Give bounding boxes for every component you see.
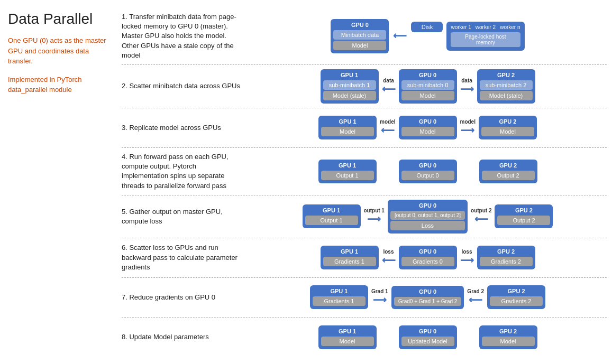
- step-2-desc: 2. Scatter minibatch data across GPUs: [122, 81, 249, 91]
- arrow-s6-left: loss ⟵: [382, 249, 396, 266]
- step-6-desc: 6. Scatter loss to GPUs and run backward…: [122, 243, 249, 272]
- gpu2-box-s3: GPU 2 Model: [479, 116, 537, 139]
- step-8: 8. Update Model parameters GPU 1 Model G…: [122, 318, 607, 357]
- gpu2-box-s7: GPU 2 Gradients 2: [487, 285, 545, 309]
- step-8-diagram: GPU 1 Model GPU 0 Updated Model GPU 2 Mo…: [249, 325, 607, 349]
- gpu1-box-s7: GPU 1 Gradients 1: [310, 285, 368, 309]
- step-6: 6. Scatter loss to GPUs and run backward…: [122, 238, 607, 278]
- gpu2-box-s4: GPU 2 Output 2: [479, 160, 537, 183]
- main-content: 1. Transfer minibatch data from page-loc…: [116, 5, 612, 360]
- step-2: 2. Scatter minibatch data across GPUs GP…: [122, 65, 607, 108]
- page-title: Data Parallel: [8, 11, 108, 27]
- arrow-s3-left: model ⟵: [380, 119, 395, 136]
- gpu2-box-s8: GPU 2 Model: [479, 325, 537, 349]
- page: Data Parallel One GPU (0) acts as the ma…: [0, 0, 612, 364]
- gpu0-minibatch: Minibatch data: [333, 30, 386, 40]
- step-5: 5. Gather output on master GPU, compute …: [122, 195, 607, 238]
- step-6-diagram: GPU 1 Gradients 1 loss ⟵ GPU 0 Gradients…: [249, 246, 607, 269]
- step-4-diagram: GPU 1 Output 1 GPU 0 Output 0 GPU 2 Outp…: [249, 160, 607, 183]
- arrow-s2-right: data ⟶: [460, 78, 474, 95]
- storage-top: Disk worker 1 worker 2 worker n Page-loc…: [411, 22, 524, 51]
- disk-box: Disk: [411, 22, 443, 32]
- arrow-s2-left: data ⟵: [382, 78, 396, 95]
- gpu0-box-s7: GPU 0 Grad0 + Grad 1 + Grad 2: [391, 286, 464, 309]
- gpu1-box-s8: GPU 1 Model: [318, 325, 377, 349]
- gpu0-box-s5: GPU 0 [output 0, output 1, output 2] Los…: [388, 200, 468, 234]
- step-5-desc: 5. Gather output on master GPU, compute …: [122, 207, 249, 226]
- sidebar-note1: One GPU (0) acts as the master GPU and c…: [8, 35, 108, 67]
- step-8-desc: 8. Update Model parameters: [122, 332, 249, 342]
- step-7: 7. Reduce gradients on GPU 0 GPU 1 Gradi…: [122, 278, 607, 318]
- gpu1-box-s3: GPU 1 Model: [318, 116, 377, 139]
- step-7-diagram: GPU 1 Gradients 1 Grad 1 ⟶ GPU 0 Grad0 +…: [249, 285, 607, 309]
- step-3: 3. Replicate model across GPUs GPU 1 Mod…: [122, 108, 607, 148]
- gpu0-box-s3: GPU 0 Model: [399, 116, 457, 139]
- gpu1-box-s5: GPU 1 Output 1: [303, 204, 361, 228]
- workers-box: worker 1 worker 2 worker n Page-locked h…: [446, 22, 524, 51]
- arrow-s7-left: Grad 1 ⟶: [371, 288, 388, 306]
- gpu0-box: GPU 0 Minibatch data Model: [331, 19, 389, 53]
- workern-label: worker n: [500, 24, 520, 30]
- arrow-s6-right: loss ⟶: [460, 249, 474, 266]
- gpu1-box-s4: GPU 1 Output 1: [318, 160, 377, 183]
- arrow-s5-left: output 1 ⟶: [364, 208, 385, 225]
- gpu0-box-s2: GPU 0 sub-minibatch 0 Model: [399, 69, 457, 104]
- worker-labels: worker 1 worker 2 worker n: [451, 24, 520, 30]
- step-3-diagram: GPU 1 Model model ⟵ GPU 0 Model model ⟶ …: [249, 116, 607, 139]
- worker1-label: worker 1: [451, 24, 471, 30]
- gpu1-box-s6: GPU 1 Gradients 1: [321, 246, 379, 269]
- arrow-s3-right: model ⟶: [460, 119, 476, 136]
- gpu0-box-s6: GPU 0 Gradients 0: [399, 246, 457, 269]
- gpu0-model: Model: [333, 41, 386, 50]
- arrow-s5-right: output 2 ⟵: [471, 208, 491, 225]
- step-3-desc: 3. Replicate model across GPUs: [122, 123, 249, 133]
- gpu0-box-s4: GPU 0 Output 0: [399, 160, 457, 183]
- step-1-desc: 1. Transfer minibatch data from page-loc…: [122, 12, 249, 60]
- storage-area: Disk worker 1 worker 2 worker n Page-loc…: [411, 22, 524, 51]
- arrow-s7-right: Grad 2 ⟵: [467, 288, 484, 306]
- sidebar-note2: Implemented in PyTorch data_parallel mod…: [8, 74, 108, 95]
- step-2-diagram: GPU 1 sub-minibatch 1 Model (stale) data…: [249, 69, 607, 104]
- step-7-desc: 7. Reduce gradients on GPU 0: [122, 293, 249, 302]
- page-locked-label: Page-locked hostmemory: [451, 32, 520, 47]
- step-4: 4. Run forward pass on each GPU, compute…: [122, 148, 607, 195]
- step-4-desc: 4. Run forward pass on each GPU, compute…: [122, 152, 249, 191]
- gpu0-label: GPU 0: [348, 21, 372, 29]
- sidebar: Data Parallel One GPU (0) acts as the ma…: [0, 5, 116, 360]
- step-1-diagram: GPU 0 Minibatch data Model ⟵ Disk worker…: [249, 19, 607, 53]
- step-1: 1. Transfer minibatch data from page-loc…: [122, 8, 607, 65]
- step-5-diagram: GPU 1 Output 1 output 1 ⟶ GPU 0 [output …: [249, 200, 607, 234]
- gpu2-box-s5: GPU 2 Output 2: [495, 204, 553, 228]
- gpu1-box-s2: GPU 1 sub-minibatch 1 Model (stale): [321, 69, 379, 104]
- worker2-label: worker 2: [476, 24, 496, 30]
- gpu2-box-s2: GPU 2 sub-minibatch 2 Model (stale): [477, 69, 535, 104]
- gpu0-box-s8: GPU 0 Updated Model: [399, 325, 457, 349]
- arrow-step1: ⟵: [393, 30, 407, 42]
- gpu2-box-s6: GPU 2 Gradients 2: [477, 246, 535, 269]
